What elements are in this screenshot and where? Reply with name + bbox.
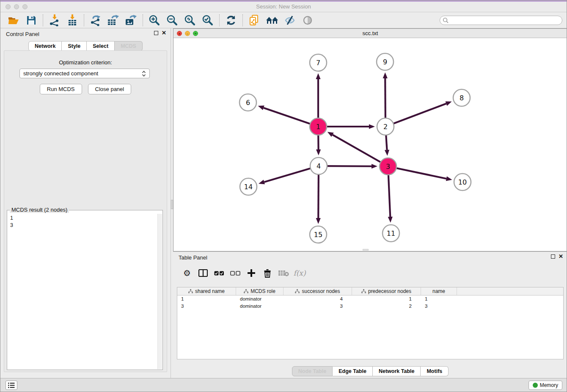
- graph-edge-2-8[interactable]: [385, 104, 446, 127]
- float-panel-icon[interactable]: [154, 31, 158, 35]
- hide-graphics-button[interactable]: [281, 13, 299, 28]
- float-table-panel-icon[interactable]: [551, 254, 555, 259]
- network-view-window: x – + scc.txt 1234678910111415: [173, 28, 567, 251]
- tab-network-table[interactable]: Network Table: [373, 366, 421, 376]
- duplicate-network-button[interactable]: [245, 13, 263, 28]
- edge-arrowhead: [446, 176, 452, 181]
- refresh-button[interactable]: [222, 13, 240, 28]
- column-layout-button[interactable]: [195, 265, 211, 281]
- cell-predecessor-nodes[interactable]: 2: [352, 303, 421, 310]
- close-panel-button[interactable]: Close panel: [88, 84, 132, 94]
- column-type-icon: [361, 289, 366, 293]
- node-table: shared nameMCDS rolesuccessor nodesprede…: [177, 287, 564, 359]
- search-input[interactable]: [440, 16, 562, 25]
- tab-select[interactable]: Select: [87, 41, 115, 51]
- tab-edge-table[interactable]: Edge Table: [333, 366, 373, 376]
- open-session-button[interactable]: [5, 13, 22, 28]
- toolbar-separator: [219, 14, 220, 26]
- deselect-all-button[interactable]: [227, 265, 243, 281]
- table-toolbar: ⚙ f(x): [179, 265, 308, 282]
- save-session-button[interactable]: [22, 13, 40, 28]
- memory-button[interactable]: Memory: [528, 381, 562, 390]
- task-history-button[interactable]: [6, 381, 17, 390]
- column-header-label: predecessor nodes: [368, 288, 411, 294]
- cell-successor-nodes[interactable]: 4: [284, 295, 352, 303]
- table-panel: Table Panel ✕ ⚙: [173, 251, 567, 379]
- tab-motifs[interactable]: Motifs: [421, 366, 449, 376]
- column-header-predecessor-nodes[interactable]: predecessor nodes: [352, 287, 421, 295]
- close-panel-icon[interactable]: ✕: [162, 31, 166, 35]
- toolbar-separator: [84, 14, 84, 26]
- toolbar-separator: [143, 14, 143, 26]
- mcds-result-text[interactable]: 1 3: [8, 214, 157, 369]
- canvas-resize-handle[interactable]: [363, 249, 369, 251]
- node-label-3: 3: [386, 163, 390, 171]
- select-all-button[interactable]: [211, 265, 227, 281]
- delete-column-button[interactable]: [259, 265, 275, 281]
- optimization-criterion-dropdown[interactable]: strongly connected component: [19, 69, 150, 78]
- export-image-icon: [125, 14, 138, 26]
- delete-table-icon: [278, 270, 289, 276]
- cell-name[interactable]: 1: [421, 295, 457, 303]
- zoom-in-button[interactable]: [146, 13, 163, 28]
- network-canvas[interactable]: 1234678910111415: [173, 38, 567, 251]
- import-table-icon: [67, 14, 78, 26]
- table-row[interactable]: 1dominator411: [177, 295, 563, 303]
- cell-predecessor-nodes[interactable]: 1: [352, 295, 421, 303]
- cell-name[interactable]: 3: [421, 303, 457, 310]
- zoom-out-button[interactable]: [163, 13, 181, 28]
- eye-disabled-button[interactable]: [299, 13, 317, 28]
- add-column-button[interactable]: [243, 265, 259, 281]
- cell-shared-name[interactable]: 3: [177, 303, 236, 310]
- table-row[interactable]: 3dominator323: [177, 303, 563, 310]
- column-header-mcds-role[interactable]: MCDS role: [236, 287, 284, 295]
- fx-icon: f(x): [293, 269, 306, 277]
- column-header-successor-nodes[interactable]: successor nodes: [284, 287, 352, 295]
- column-type-icon: [244, 289, 248, 293]
- cell-mcds-role[interactable]: dominator: [236, 295, 284, 303]
- result-scrollbar[interactable]: [157, 214, 162, 369]
- network-window-titlebar[interactable]: x – + scc.txt: [173, 29, 567, 38]
- column-header-label: shared name: [195, 288, 225, 294]
- column-header-name[interactable]: name: [421, 287, 457, 295]
- close-table-panel-icon[interactable]: ✕: [559, 254, 563, 259]
- import-network-button[interactable]: [46, 13, 63, 28]
- node-label-10: 10: [458, 178, 467, 186]
- node-label-14: 14: [244, 183, 253, 191]
- toolbar-search: [440, 16, 562, 25]
- column-layout-icon: [198, 269, 208, 277]
- trash-icon: [264, 269, 271, 278]
- delete-table-button[interactable]: [275, 265, 292, 281]
- node-table-body: 1dominator4113dominator323: [177, 295, 563, 310]
- export-image-button[interactable]: [122, 13, 140, 28]
- zoom-fit-button[interactable]: [181, 13, 199, 28]
- function-builder-button[interactable]: f(x): [292, 265, 308, 281]
- home-button[interactable]: [263, 13, 281, 28]
- duplicate-network-icon: [249, 14, 260, 26]
- tab-node-table[interactable]: Node Table: [292, 366, 333, 376]
- control-panel-tabs: NetworkStyleSelectMCDS: [0, 41, 171, 51]
- import-table-button[interactable]: [63, 13, 81, 28]
- graph-edge-3-1[interactable]: [333, 135, 388, 166]
- toolbar-separator: [43, 14, 43, 26]
- edge-arrowhead: [385, 150, 389, 156]
- cell-mcds-role[interactable]: dominator: [236, 303, 284, 310]
- zoom-selected-button[interactable]: [199, 13, 217, 28]
- mcds-panel: Optimization criterion: strongly connect…: [4, 50, 167, 372]
- main-titlebar: Session: New Session: [0, 2, 567, 12]
- search-icon: [443, 17, 449, 23]
- node-label-9: 9: [383, 58, 387, 66]
- tab-network[interactable]: Network: [28, 41, 62, 51]
- eye-disabled-icon: [302, 15, 313, 25]
- list-icon: [8, 383, 15, 388]
- tab-style[interactable]: Style: [62, 41, 87, 51]
- export-network-button[interactable]: [87, 13, 105, 28]
- cell-successor-nodes[interactable]: 3: [284, 303, 352, 310]
- run-mcds-button[interactable]: Run MCDS: [40, 84, 82, 94]
- cell-shared-name[interactable]: 1: [177, 295, 236, 303]
- column-header-shared-name[interactable]: shared name: [177, 287, 236, 295]
- table-settings-button[interactable]: ⚙: [179, 265, 195, 281]
- edge-arrowhead: [383, 72, 388, 78]
- tab-mcds[interactable]: MCDS: [115, 41, 143, 51]
- export-table-button[interactable]: [105, 13, 122, 28]
